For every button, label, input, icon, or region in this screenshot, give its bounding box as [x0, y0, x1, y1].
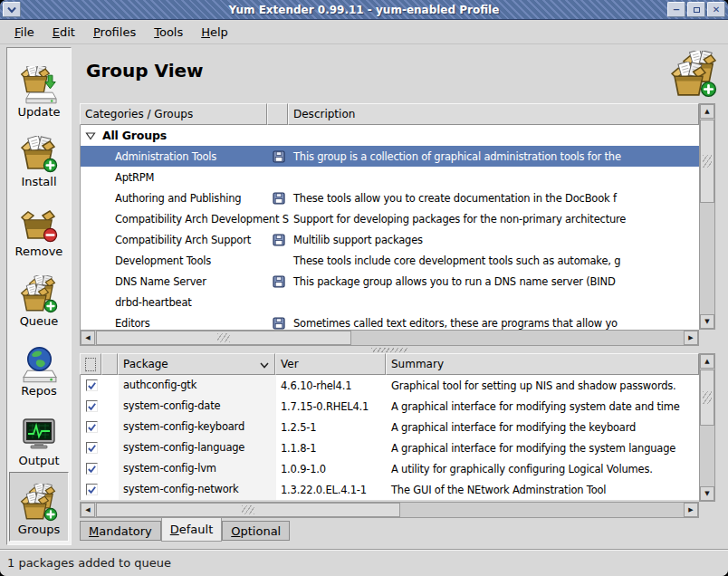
- menu-profiles[interactable]: Profiles: [84, 23, 145, 42]
- column-header-description[interactable]: Description: [288, 103, 699, 125]
- column-header-ver[interactable]: Ver: [275, 353, 386, 375]
- check-icon: [87, 401, 97, 412]
- focus-rect: [85, 358, 96, 371]
- floppy-icon: [273, 317, 285, 330]
- statusbar: 1 packages added to queue: [0, 549, 728, 576]
- minimize-icon: −: [673, 5, 680, 14]
- column-header-checkbox[interactable]: [80, 353, 101, 375]
- chevron-down-icon: [6, 5, 17, 14]
- close-button[interactable]: ✕: [707, 2, 725, 17]
- package-row[interactable]: system-config-date 1.7.15-0.RHEL4.1 A gr…: [81, 396, 699, 417]
- expander-open-icon[interactable]: [85, 130, 96, 141]
- sidebar-item-groups[interactable]: Groups: [9, 472, 69, 542]
- package-checkbox[interactable]: [86, 379, 98, 391]
- scroll-right-arrow-icon[interactable]: ▶: [684, 503, 698, 517]
- sidebar-item-label: Output: [18, 454, 59, 467]
- scroll-up-arrow-icon[interactable]: ▲: [700, 104, 714, 119]
- floppy-icon: [273, 192, 285, 205]
- package-checkbox[interactable]: [86, 463, 98, 475]
- tree-row[interactable]: Development Tools These tools include co…: [81, 250, 699, 271]
- scroll-down-arrow-icon[interactable]: ▼: [700, 314, 714, 329]
- scroll-up-arrow-icon[interactable]: ▲: [700, 354, 714, 369]
- package-checkbox[interactable]: [86, 442, 98, 454]
- package-row[interactable]: system-config-language 1.1.8-1 A graphic…: [81, 437, 699, 458]
- window-menu-button[interactable]: [3, 2, 21, 17]
- packages-vscroll-thumb[interactable]: [700, 370, 714, 426]
- scroll-left-arrow-icon[interactable]: ◀: [81, 331, 95, 345]
- maximize-icon: [694, 7, 700, 13]
- package-row[interactable]: authconfig-gtk 4.6.10-rhel4.1 Graphical …: [81, 375, 699, 396]
- check-icon: [87, 485, 97, 495]
- floppy-icon: [273, 234, 285, 246]
- package-checkbox[interactable]: [86, 484, 98, 495]
- package-row[interactable]: system-config-network 1.3.22.0.EL.4.1-1 …: [81, 479, 699, 500]
- menu-file[interactable]: File: [5, 23, 43, 42]
- package-checkbox[interactable]: [86, 400, 98, 412]
- groups-boxes-icon: [20, 484, 58, 522]
- check-icon: [87, 380, 97, 391]
- column-header-icon[interactable]: [267, 103, 288, 125]
- tree-row[interactable]: Editors Sometimes called text editors, t…: [81, 312, 699, 330]
- tree-row[interactable]: drbd-heartbeat: [81, 292, 699, 312]
- sidebar-item-update[interactable]: Update: [9, 53, 69, 123]
- sidebar-item-repos[interactable]: Repos: [9, 332, 69, 402]
- tree-row[interactable]: Compatibility Arch Support Multilib supp…: [81, 229, 699, 250]
- sidebar-item-label: Queue: [20, 314, 59, 328]
- column-header-summary[interactable]: Summary: [386, 353, 699, 375]
- sidebar-item-label: Remove: [15, 245, 63, 258]
- tree-horizontal-scrollbar[interactable]: ◀ ▶: [80, 330, 699, 346]
- column-header-categories-groups[interactable]: Categories / Groups: [80, 103, 267, 125]
- output-monitor-icon: [20, 415, 58, 453]
- sidebar-item-remove[interactable]: Remove: [9, 193, 69, 263]
- sort-descending-icon: [260, 362, 269, 369]
- sidebar-item-label: Repos: [21, 384, 56, 398]
- sidebar-item-install[interactable]: Install: [9, 123, 69, 193]
- tree-row-all-groups[interactable]: All Groups: [81, 125, 699, 146]
- groups-tree: Categories / Groups Description All Grou…: [80, 103, 715, 346]
- sidebar-item-label: Groups: [18, 523, 60, 536]
- menu-help[interactable]: Help: [192, 23, 237, 42]
- titlebar[interactable]: Yum Extender 0.99.11 - yum-enabled Profi…: [0, 0, 728, 20]
- maximize-button[interactable]: [687, 2, 705, 17]
- window-title: Yum Extender 0.99.11 - yum-enabled Profi…: [0, 4, 728, 16]
- package-row[interactable]: system-config-keyboard 1.2.5-1 A graphic…: [81, 417, 699, 437]
- close-icon: ✕: [713, 5, 720, 14]
- tree-vertical-scrollbar[interactable]: ▲ ▼: [699, 103, 715, 330]
- sidebar-item-label: Install: [21, 175, 56, 188]
- column-header-spacer[interactable]: [101, 353, 118, 375]
- menu-tools[interactable]: Tools: [145, 23, 192, 42]
- tree-row[interactable]: Authoring and Publishing These tools all…: [81, 187, 699, 208]
- minimize-button[interactable]: −: [667, 2, 685, 17]
- sidebar-item-queue[interactable]: Queue: [9, 263, 69, 332]
- tab-default[interactable]: Default: [161, 517, 223, 542]
- tree-hscroll-thumb[interactable]: [96, 331, 351, 345]
- floppy-icon: [273, 275, 285, 288]
- scroll-left-arrow-icon[interactable]: ◀: [81, 503, 95, 517]
- column-header-package[interactable]: Package: [118, 353, 275, 375]
- tree-row[interactable]: DNS Name Server This package group allow…: [81, 271, 699, 292]
- package-row[interactable]: system-config-lvm 1.0.9-1.0 A utility fo…: [81, 458, 699, 479]
- packages-horizontal-scrollbar[interactable]: ◀ ▶: [80, 502, 699, 518]
- queue-boxes-icon: [20, 275, 58, 313]
- package-filter-tabs: Mandatory Default Optional: [80, 517, 290, 542]
- scroll-right-arrow-icon[interactable]: ▶: [684, 331, 698, 345]
- group-boxes-add-icon: [670, 51, 719, 100]
- packages-vertical-scrollbar[interactable]: ▲ ▼: [699, 353, 715, 502]
- pane-splitter[interactable]: [80, 347, 699, 353]
- packages-hscroll-thumb[interactable]: [96, 503, 400, 517]
- menubar: File Edit Profiles Tools Help: [0, 21, 728, 44]
- tree-vscroll-thumb[interactable]: [700, 120, 714, 203]
- menu-edit[interactable]: Edit: [43, 23, 84, 42]
- floppy-icon: [273, 150, 285, 163]
- check-icon: [87, 464, 97, 475]
- tab-optional[interactable]: Optional: [222, 521, 290, 541]
- check-icon: [87, 422, 97, 433]
- scroll-down-arrow-icon[interactable]: ▼: [700, 486, 714, 501]
- tree-row[interactable]: Administration Tools This group is a col…: [81, 146, 699, 167]
- package-checkbox[interactable]: [86, 421, 98, 433]
- tree-row[interactable]: AptRPM: [81, 167, 699, 187]
- sidebar-item-output[interactable]: Output: [9, 402, 69, 472]
- tab-mandatory[interactable]: Mandatory: [80, 521, 161, 541]
- tree-row[interactable]: Compatibility Arch Development Support S…: [81, 208, 699, 229]
- page-title: Group View: [86, 60, 204, 82]
